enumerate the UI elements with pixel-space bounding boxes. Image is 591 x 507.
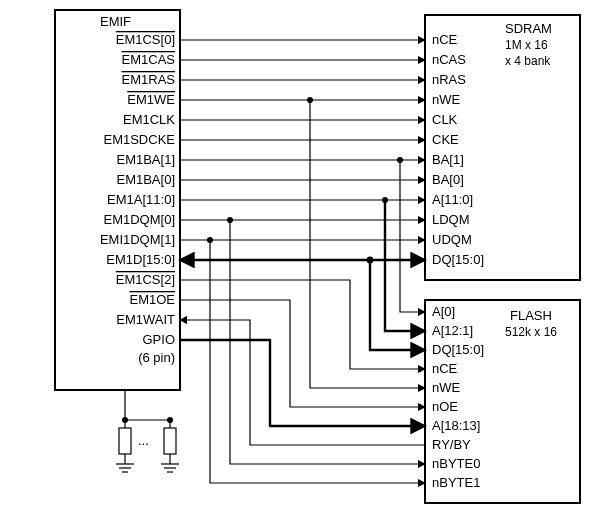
emif-pin-a: EM1A[11:0]: [107, 192, 175, 207]
flash-pin-a12: A[12:1]: [432, 323, 473, 338]
sdram-title: SDRAM: [505, 21, 552, 36]
sdram-pin-ba1: BA[1]: [432, 152, 464, 167]
flash-pin-a0: A[0]: [432, 304, 455, 319]
sdram-block: SDRAM 1M x 16 x 4 bank nCE nCAS nRAS nWE…: [425, 15, 580, 280]
emif-pin-oe: EM1OE: [129, 292, 175, 307]
wires-flash: [180, 97, 425, 483]
emif-pin-gpion: (6 pin): [138, 350, 175, 365]
svg-rect-27: [164, 428, 176, 454]
emif-pin-we: EM1WE: [127, 92, 175, 107]
svg-rect-23: [119, 428, 131, 454]
flash-block: FLASH 512k x 16 A[0] A[12:1] DQ[15:0] nC…: [425, 300, 580, 503]
sdram-pin-dq: DQ[15:0]: [432, 252, 484, 267]
flash-pin-ryby: RY/BY: [432, 437, 471, 452]
emif-pin-gpio: GPIO: [142, 332, 175, 347]
emif-pin-ras: EM1RAS: [122, 72, 176, 87]
emif-pin-dqm0: EM1DQM[0]: [103, 212, 175, 227]
emif-pin-cs2: EM1CS[2]: [116, 272, 175, 287]
sdram-pin-udqm: UDQM: [432, 232, 472, 247]
flash-pin-nwe: nWE: [432, 380, 461, 395]
sdram-pin-cke: CKE: [432, 132, 459, 147]
pulldown-resistors: ...: [116, 390, 179, 472]
sdram-subtitle1: 1M x 16: [505, 38, 548, 52]
sdram-pin-ncas: nCAS: [432, 52, 466, 67]
sdram-pin-nras: nRAS: [432, 72, 466, 87]
sdram-pin-nce: nCE: [432, 32, 458, 47]
emif-block: EMIF EM1CS[0] EM1CAS EM1RAS EM1WE EM1CLK…: [55, 10, 180, 390]
flash-pin-a18: A[18:13]: [432, 418, 480, 433]
emif-pin-cas: EM1CAS: [122, 52, 176, 67]
emif-pin-clk: EM1CLK: [123, 112, 175, 127]
emif-pin-ba1: EM1BA[1]: [116, 152, 175, 167]
emif-title: EMIF: [100, 14, 131, 29]
sdram-pin-a: A[11:0]: [432, 192, 473, 207]
flash-pin-nb0: nBYTE0: [432, 456, 480, 471]
emif-pin-ba0: EM1BA[0]: [116, 172, 175, 187]
emif-pin-cs0: EM1CS[0]: [116, 32, 175, 47]
sdram-pin-nwe: nWE: [432, 92, 461, 107]
wiring-diagram: EMIF EM1CS[0] EM1CAS EM1RAS EM1WE EM1CLK…: [0, 0, 591, 507]
emif-pin-wait: EM1WAIT: [116, 312, 175, 327]
emif-pin-d: EM1D[15:0]: [106, 252, 175, 267]
sdram-pin-ba0: BA[0]: [432, 172, 464, 187]
sdram-pin-clk: CLK: [432, 112, 458, 127]
emif-pin-sdcke: EM1SDCKE: [103, 132, 175, 147]
flash-subtitle: 512k x 16: [505, 325, 557, 339]
wires-sdram: [180, 40, 425, 260]
flash-title: FLASH: [510, 308, 552, 323]
flash-pin-nce: nCE: [432, 361, 458, 376]
resistor-ellipsis: ...: [138, 433, 149, 448]
sdram-subtitle2: x 4 bank: [505, 54, 551, 68]
flash-pin-noe: nOE: [432, 399, 458, 414]
flash-pin-nb1: nBYTE1: [432, 475, 480, 490]
emif-pin-dqm1: EMI1DQM[1]: [100, 232, 175, 247]
sdram-pin-ldqm: LDQM: [432, 212, 470, 227]
flash-pin-dq: DQ[15:0]: [432, 342, 484, 357]
